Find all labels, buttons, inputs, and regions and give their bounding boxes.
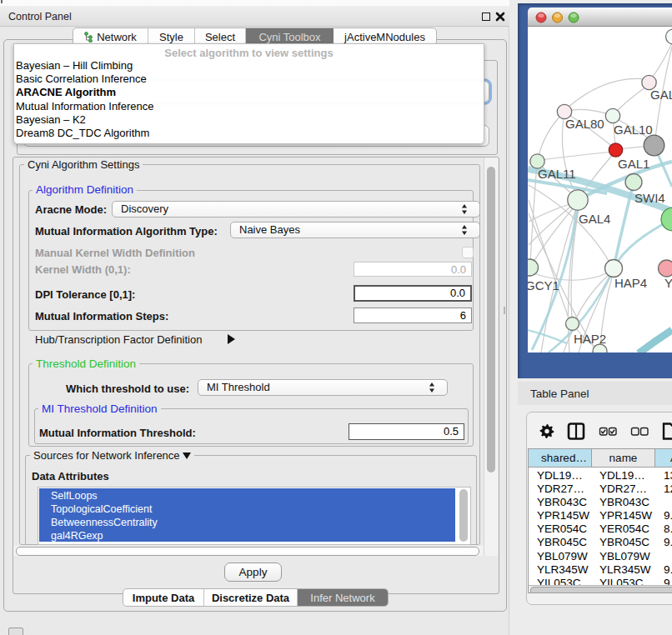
- svg-text:GAL1: GAL1: [618, 157, 649, 171]
- svg-text:HAP2: HAP2: [574, 332, 606, 346]
- svg-text:GAL7: GAL7: [650, 88, 672, 102]
- svg-text:GCY1: GCY1: [528, 278, 559, 292]
- svg-text:HAP4: HAP4: [614, 276, 647, 290]
- svg-text:SWI4: SWI4: [634, 191, 665, 205]
- svg-text:YE: YE: [664, 276, 672, 290]
- svg-text:GAL80: GAL80: [565, 117, 604, 131]
- svg-text:GAL10: GAL10: [614, 122, 653, 137]
- svg-text:GAL4: GAL4: [579, 212, 610, 226]
- svg-text:GAL11: GAL11: [538, 167, 576, 181]
